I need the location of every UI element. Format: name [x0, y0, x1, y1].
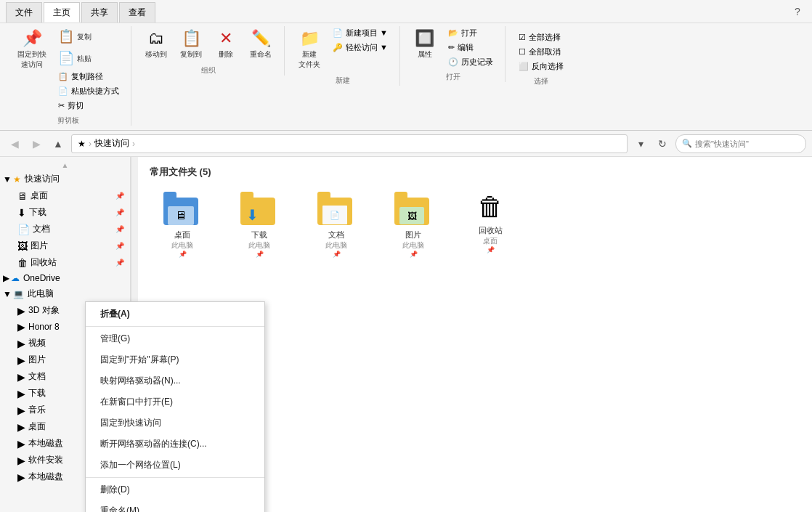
copy-path-button[interactable]: 📋复制路径 — [54, 70, 123, 84]
music-label: 音乐 — [28, 404, 46, 416]
delete-button[interactable]: ✕ 删除 — [210, 26, 242, 62]
open-label: 打开 — [446, 72, 460, 82]
context-item-rename[interactable]: 重命名(M) — [86, 500, 264, 512]
history-button[interactable]: 🕐历史记录 — [444, 55, 498, 69]
tab-view[interactable]: 查看 — [119, 2, 155, 23]
tab-file[interactable]: 文件 — [6, 2, 42, 23]
downloads-filepin: 📌 — [256, 251, 264, 258]
copyto-icon: 📋 — [182, 29, 201, 48]
context-item-pin-quick[interactable]: 固定到快速访问 — [86, 413, 264, 434]
title-bar-right: ? — [789, 3, 806, 20]
rename-button[interactable]: ✏️ 重命名 — [245, 26, 277, 62]
ribbon: 📌 固定到快速访问 📋 复制 📄 粘贴 📋复制路径 📄粘贴快捷方式 ✂剪切 — [0, 23, 812, 131]
paste-icon: 📄 — [58, 50, 74, 66]
sidebar-group-quickaccess[interactable]: ▼ ★ 快速访问 — [0, 171, 130, 187]
tab-home[interactable]: 主页 — [44, 2, 80, 23]
organize-items: 🗂 移动到 📋 复制到 ✕ 删除 ✏️ 重命名 — [140, 26, 277, 62]
sidebar-item-downloads[interactable]: ⬇ 下载 📌 — [12, 204, 130, 221]
context-item-collapse[interactable]: 折叠(A) — [86, 304, 264, 325]
file-item-documents[interactable]: 📄 文档 此电脑 📌 — [304, 187, 369, 262]
pin-quickaccess-button[interactable]: 📌 固定到快速访问 — [13, 26, 51, 73]
documents-label: 文档 — [33, 223, 50, 235]
software-icon: ▶ — [17, 455, 25, 466]
up-button[interactable]: ▲ — [49, 135, 67, 153]
folder-documents-icon: 📄 — [317, 192, 355, 227]
back-button[interactable]: ◀ — [6, 135, 23, 153]
localdisk1-label: 本地磁盘 — [28, 437, 63, 450]
pictures-label: 图片 — [31, 240, 48, 252]
documents-filename: 文档 — [328, 229, 344, 240]
copy-to-button[interactable]: 📋 复制到 — [175, 26, 207, 62]
sidebar-group-thispc[interactable]: ▼ 💻 此电脑 — [0, 285, 130, 302]
paste-shortcut-button[interactable]: 📄粘贴快捷方式 — [54, 84, 123, 98]
pictures-pin: 📌 — [115, 242, 124, 250]
new-label: 新建 — [336, 76, 350, 86]
address-path[interactable]: ★ › 快速访问 › — [71, 134, 628, 153]
forward-button[interactable]: ▶ — [28, 135, 45, 153]
ribbon-group-organize: 🗂 移动到 📋 复制到 ✕ 删除 ✏️ 重命名 组织 — [133, 26, 285, 76]
easy-access-button[interactable]: 🔑轻松访问 ▼ — [328, 41, 392, 54]
context-sep-1 — [86, 326, 264, 327]
ribbon-group-clipboard: 📌 固定到快速访问 📋 复制 📄 粘贴 📋复制路径 📄粘贴快捷方式 ✂剪切 — [6, 26, 131, 126]
3d-label: 3D 对象 — [28, 304, 60, 317]
sidebar-item-pictures[interactable]: 🖼 图片 📌 — [12, 237, 130, 254]
move-to-button[interactable]: 🗂 移动到 — [140, 26, 172, 62]
paste-button[interactable]: 📄 粘贴 — [54, 48, 96, 68]
sidebar-item-desktop[interactable]: 🖥 桌面 📌 — [12, 187, 130, 204]
edit-button[interactable]: ✏编辑 — [444, 41, 498, 54]
file-item-desktop[interactable]: 🖥 桌面 此电脑 📌 — [150, 187, 215, 262]
ribbon-tabs: 文件 主页 共享 查看 — [6, 0, 155, 23]
context-item-disconnect[interactable]: 断开网络驱动器的连接(C)... — [86, 434, 264, 455]
new-folder-button[interactable]: 📁 新建文件夹 — [293, 26, 325, 73]
search-icon: 🔍 — [682, 139, 692, 148]
file-item-recycle[interactable]: 🗑 回收站 桌面 📌 — [458, 187, 523, 262]
downloads-label: 下载 — [29, 206, 46, 219]
downloads-filename: 下载 — [251, 229, 267, 240]
ribbon-group-open: 🔲 属性 📂打开 ✏编辑 🕐历史记录 打开 — [402, 26, 506, 82]
title-bar: 文件 主页 共享 查看 ? — [0, 0, 812, 23]
tab-share[interactable]: 共享 — [81, 2, 118, 23]
search-input[interactable] — [695, 139, 800, 148]
sidebar-item-documents[interactable]: 📄 文档 📌 — [12, 221, 130, 237]
context-item-open-window[interactable]: 在新窗口中打开(E) — [86, 391, 264, 413]
help-button[interactable]: ? — [789, 3, 806, 20]
desktop-label: 桌面 — [31, 190, 48, 202]
context-item-map-drive[interactable]: 映射网络驱动器(N)... — [86, 370, 264, 391]
quickaccess-star-icon: ★ — [13, 174, 21, 184]
open-items: 🔲 属性 📂打开 ✏编辑 🕐历史记录 — [409, 26, 498, 69]
properties-button[interactable]: 🔲 属性 — [409, 26, 441, 62]
context-item-manage[interactable]: 管理(G) — [86, 328, 264, 349]
pictures-icon: 🖼 — [17, 240, 28, 252]
context-item-add-network[interactable]: 添加一个网络位置(L) — [86, 455, 264, 476]
docs2-icon: ▶ — [17, 371, 25, 383]
downloads-icon: ⬇ — [17, 207, 26, 219]
localdisk2-label: 本地磁盘 — [28, 471, 63, 483]
sidebar-item-recycle[interactable]: 🗑 回收站 📌 — [12, 254, 130, 271]
open-options: 📂打开 ✏编辑 🕐历史记录 — [444, 26, 498, 69]
pin-icon: 📌 — [23, 29, 42, 48]
select-all-button[interactable]: ☑全部选择 — [514, 31, 568, 44]
file-item-pictures[interactable]: 🖼 图片 此电脑 📌 — [381, 187, 446, 262]
recycle-icon: 🗑 — [17, 257, 28, 269]
new-item-button[interactable]: 📄新建项目 ▼ — [328, 26, 392, 40]
scroll-up[interactable]: ▲ — [0, 160, 130, 171]
cut-button[interactable]: ✂剪切 — [54, 99, 123, 113]
context-item-delete[interactable]: 删除(D) — [86, 479, 264, 500]
open-button[interactable]: 📂打开 — [444, 26, 498, 40]
search-box[interactable]: 🔍 — [675, 134, 806, 153]
refresh-button[interactable]: ↻ — [654, 135, 671, 153]
context-item-pin-start[interactable]: 固定到"开始"屏幕(P) — [86, 349, 264, 370]
invert-select-button[interactable]: ⬜反向选择 — [514, 60, 568, 73]
recycle-label: 回收站 — [31, 256, 57, 269]
desktop-icon: 🖥 — [17, 190, 28, 202]
new-options: 📄新建项目 ▼ 🔑轻松访问 ▼ — [328, 26, 392, 54]
desktop2-label: 桌面 — [28, 420, 46, 433]
thispc-icon: 💻 — [13, 289, 24, 299]
select-none-button[interactable]: ☐全部取消 — [514, 45, 568, 59]
downloads2-icon: ▶ — [17, 388, 25, 399]
copy-button[interactable]: 📋 复制 — [54, 26, 96, 46]
pictures-filename: 图片 — [405, 229, 421, 240]
dropdown-button[interactable]: ▾ — [632, 135, 649, 153]
file-item-downloads[interactable]: ⬇ 下载 此电脑 📌 — [227, 187, 292, 262]
sidebar-group-onedrive[interactable]: ▶ ☁ OneDrive — [0, 271, 130, 285]
